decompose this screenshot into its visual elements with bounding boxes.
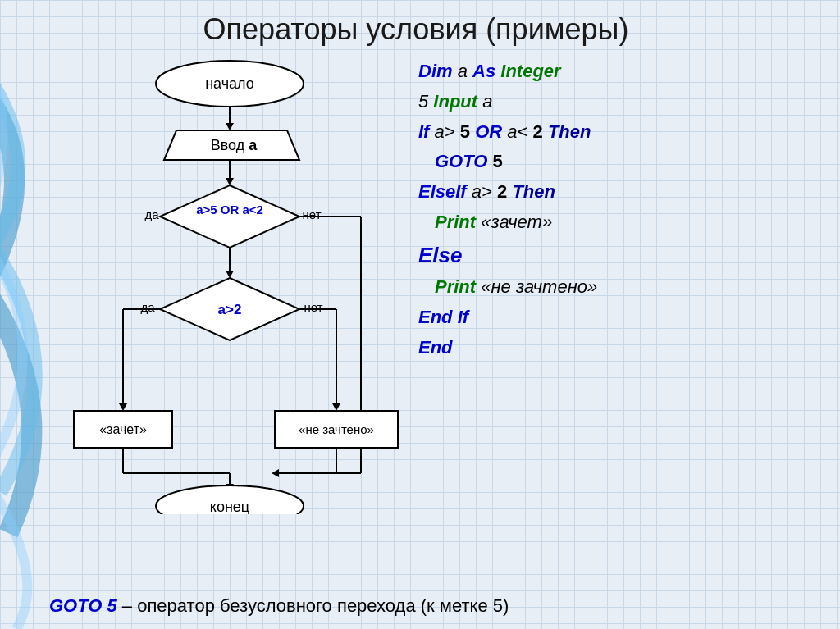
svg-marker-13 [226, 271, 234, 278]
kw-or: OR [475, 121, 502, 142]
svg-marker-8 [160, 185, 299, 248]
kw-dim: Dim [418, 61, 453, 81]
flowchart: начало Ввод а а>5 OR а<2 да нет [57, 55, 402, 517]
main-container: Операторы условия (примеры) начало Ввод … [0, 0, 840, 629]
svg-text:да: да [144, 207, 159, 221]
svg-marker-24 [119, 403, 127, 411]
svg-text:начало: начало [205, 75, 254, 92]
code-line-6: Print «зачет» [418, 210, 824, 235]
kw-then2: Then [512, 181, 555, 202]
bottom-note: GOTO 5 – оператор безусловного перехода … [49, 595, 824, 617]
kw-then1: Then [548, 121, 591, 142]
code-line-10: End [418, 335, 824, 361]
kw-goto: GOTO [435, 151, 487, 171]
code-line-4: GOTO 5 [418, 149, 824, 175]
svg-marker-7 [226, 178, 234, 185]
kw-print1: Print [435, 212, 476, 232]
code-line-2: 5 Input а [418, 89, 824, 115]
code-line-5: ElseIf а> 2 Then [418, 180, 824, 205]
svg-text:конец: конец [210, 499, 249, 514]
kw-print2: Print [435, 276, 476, 297]
svg-text:а>2: а>2 [218, 302, 242, 317]
svg-text:«зачет»: «зачет» [99, 422, 147, 436]
code-panel: Dim а As Integer 5 Input а If а> 5 OR а<… [418, 55, 824, 517]
code-line-3: If а> 5 OR а< 2 Then [418, 120, 824, 145]
page-title: Операторы условия (примеры) [8, 12, 824, 47]
code-line-9: End If [418, 305, 824, 330]
svg-text:Ввод а: Ввод а [211, 137, 258, 153]
bottom-note-rest: – оператор безусловного перехода (к метк… [122, 595, 509, 616]
kw-end: End [418, 337, 453, 358]
kw-elseif: ElseIf [418, 181, 467, 202]
svg-text:а>5 OR а<2: а>5 OR а<2 [196, 203, 263, 217]
kw-as: As [472, 61, 495, 81]
code-line-7: Else [418, 240, 824, 270]
svg-text:да: да [140, 300, 155, 314]
code-line-1: Dim а As Integer [418, 59, 824, 84]
goto-bold-label: GOTO 5 [49, 595, 117, 616]
kw-else: Else [418, 243, 463, 267]
kw-if: If [418, 121, 429, 142]
kw-endif: End If [418, 307, 468, 327]
kw-input: Input [433, 91, 477, 112]
svg-text:нет: нет [304, 300, 323, 314]
svg-text:нет: нет [303, 207, 322, 221]
svg-marker-27 [332, 403, 340, 411]
svg-marker-3 [226, 123, 234, 130]
code-line-8: Print «не зачтено» [418, 275, 824, 300]
svg-text:«не зачтено»: «не зачтено» [299, 422, 374, 436]
content-area: начало Ввод а а>5 OR а<2 да нет [8, 55, 824, 517]
kw-integer: Integer [500, 61, 560, 81]
svg-marker-17 [272, 469, 279, 477]
